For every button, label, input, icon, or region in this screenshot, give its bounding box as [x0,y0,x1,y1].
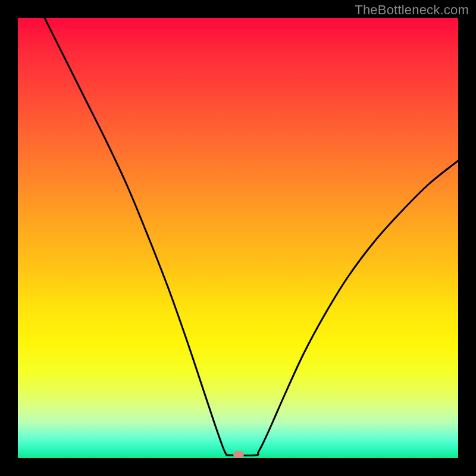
chart-frame: TheBottleneck.com [0,0,476,476]
bottleneck-curve [18,18,458,458]
optimum-marker [233,451,244,458]
plot-area [18,18,458,458]
watermark-text: TheBottleneck.com [355,2,469,18]
